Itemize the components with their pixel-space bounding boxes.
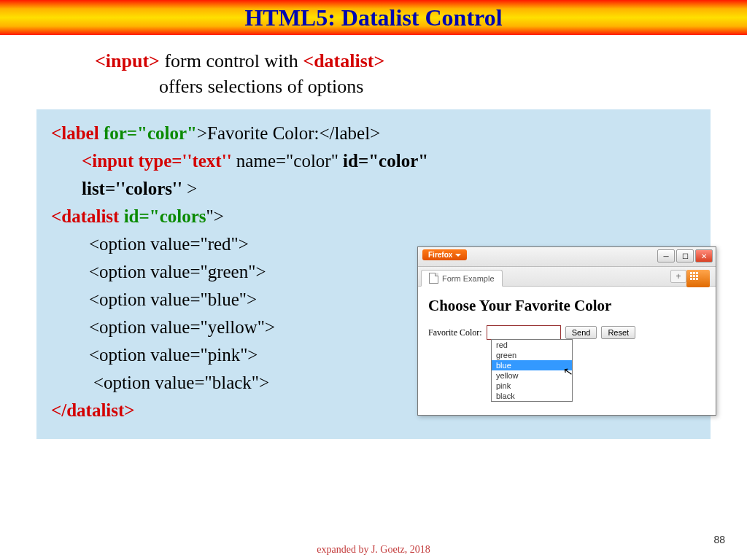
window-controls: ─ ☐ ✕: [657, 249, 713, 262]
datalist-option[interactable]: green: [492, 350, 572, 360]
slide-title: HTML5: Datalist Control: [244, 4, 502, 31]
minimize-button[interactable]: ─: [657, 249, 675, 262]
datalist-tag: <datalist>: [303, 50, 384, 71]
new-tab-button[interactable]: +: [670, 270, 686, 283]
tab-label: Form Example: [442, 274, 495, 283]
datalist-option[interactable]: yellow: [492, 370, 572, 381]
form-label: Favorite Color:: [428, 327, 482, 338]
slide-title-bar: HTML5: Datalist Control: [0, 0, 747, 35]
reset-button[interactable]: Reset: [601, 326, 635, 339]
chevron-down-icon: [455, 254, 461, 257]
options-grid-icon[interactable]: [686, 270, 710, 287]
window-titlebar: Firefox ─ ☐ ✕: [418, 247, 716, 267]
file-icon: [429, 273, 438, 284]
datalist-dropdown[interactable]: ↖ redgreenblueyellowpinkblack: [491, 339, 573, 402]
browser-preview: Firefox ─ ☐ ✕ Form Example + Choose Your…: [417, 246, 716, 416]
color-form-row: Favorite Color: Send Reset: [428, 325, 705, 340]
input-tag: <input>: [95, 50, 160, 71]
firefox-menu-button[interactable]: Firefox: [422, 249, 467, 260]
slide-subtitle: <input> form control with <datalist> off…: [95, 48, 747, 99]
page-content: Choose Your Favorite Color Favorite Colo…: [418, 287, 716, 415]
color-input[interactable]: [487, 325, 561, 340]
browser-tab[interactable]: Form Example: [421, 270, 503, 287]
datalist-option[interactable]: blue: [492, 360, 572, 370]
datalist-option[interactable]: pink: [492, 381, 572, 391]
datalist-option[interactable]: red: [492, 340, 572, 350]
send-button[interactable]: Send: [565, 326, 597, 339]
footer-credit: expanded by J. Goetz, 2018: [0, 544, 747, 556]
page-number: 88: [713, 534, 725, 545]
page-heading: Choose Your Favorite Color: [428, 297, 705, 315]
browser-tabbar: Form Example +: [418, 267, 716, 287]
maximize-button[interactable]: ☐: [676, 249, 694, 262]
firefox-label: Firefox: [428, 251, 452, 259]
close-button[interactable]: ✕: [695, 249, 713, 262]
datalist-option[interactable]: black: [492, 391, 572, 401]
